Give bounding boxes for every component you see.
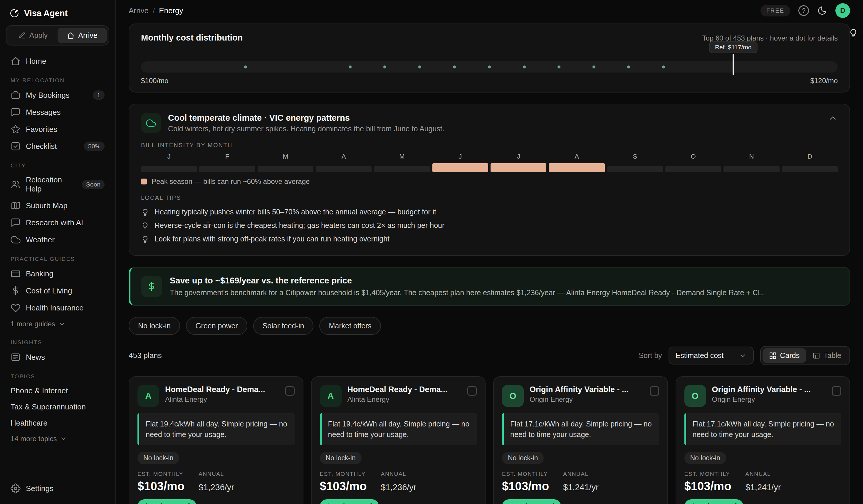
sidebar-item-checklist[interactable]: Checklist 50% <box>6 138 109 155</box>
sidebar-item-my-bookings[interactable]: My Bookings 1 <box>6 87 109 104</box>
view-cards-button[interactable]: Cards <box>763 348 806 363</box>
page-content: Monthly cost distribution Top 60 of 453 … <box>116 21 863 504</box>
sidebar-item-suburb-map[interactable]: Suburb Map <box>6 197 109 214</box>
sidebar-item-favorites[interactable]: Favorites <box>6 121 109 138</box>
sidebar-item-label: News <box>26 353 45 362</box>
mode-toggle: Apply Arrive <box>6 25 109 46</box>
plan-quote: Flat 17.1c/kWh all day. Simple pricing —… <box>685 413 841 445</box>
plan-compare-checkbox[interactable] <box>832 386 841 395</box>
sidebar-item-health-insurance[interactable]: Health Insurance <box>6 299 109 316</box>
distribution-title: Monthly cost distribution <box>141 33 242 42</box>
sort-select[interactable]: Estimated cost <box>668 346 754 365</box>
plan-cost-dot[interactable] <box>523 65 526 68</box>
sidebar-item-label: Home <box>26 57 46 66</box>
sidebar-item-healthcare[interactable]: Healthcare <box>6 415 109 431</box>
more-guides-link[interactable]: 1 more guides <box>6 316 109 331</box>
sidebar-item-weather[interactable]: Weather <box>6 231 109 248</box>
sidebar-item-messages[interactable]: Messages <box>6 104 109 121</box>
mode-apply-label: Apply <box>29 31 48 40</box>
savings-vs-ref-pill: $164/yr vs ref <box>502 499 561 504</box>
filter-solar-feed-in[interactable]: Solar feed-in <box>253 317 314 335</box>
user-avatar[interactable]: D <box>835 3 850 18</box>
plan-cost-dot[interactable] <box>383 65 386 68</box>
month-column: J <box>490 153 546 172</box>
section-label-my-relocation: MY RELOCATION <box>6 70 109 87</box>
annual-label: ANNUAL <box>746 471 781 477</box>
sidebar-item-label: Suburb Map <box>26 201 67 210</box>
local-tip: Reverse-cycle air-con is the cheapest he… <box>141 219 838 232</box>
cloud-icon <box>146 118 156 128</box>
table-icon <box>812 352 820 360</box>
sidebar-item-cost-of-living[interactable]: Cost of Living <box>6 282 109 299</box>
sidebar-item-tax-superannuation[interactable]: Tax & Superannuation <box>6 399 109 415</box>
plan-cost-dot[interactable] <box>662 65 665 68</box>
plan-cost-dot[interactable] <box>244 65 247 68</box>
grid-icon <box>769 352 777 360</box>
climate-patterns-card: Cool temperate climate · VIC energy patt… <box>129 104 850 256</box>
mode-arrive-button[interactable]: Arrive <box>58 28 107 43</box>
plan-cost-dot[interactable] <box>558 65 561 68</box>
plan-cost-dot[interactable] <box>349 65 352 68</box>
more-topics-link[interactable]: 14 more topics <box>6 431 109 446</box>
savings-vs-ref-pill: $164/yr vs ref <box>685 499 743 504</box>
sidebar-item-phone-internet[interactable]: Phone & Internet <box>6 383 109 399</box>
view-table-button[interactable]: Table <box>806 348 848 363</box>
distribution-strip-zone: Ref. $117/mo <box>141 61 838 73</box>
filter-no-lock-in[interactable]: No lock-in <box>129 317 180 335</box>
plan-cost-dot[interactable] <box>592 65 596 68</box>
help-icon[interactable]: ? <box>798 5 809 16</box>
plan-compare-checkbox[interactable] <box>650 386 659 395</box>
plan-quote: Flat 17.1c/kWh all day. Simple pricing —… <box>502 413 659 445</box>
plan-card[interactable]: A HomeDeal Ready - Dema... Alinta Energy… <box>129 376 303 504</box>
plan-cost-dot[interactable] <box>488 65 491 68</box>
sidebar-item-settings[interactable]: Settings <box>6 480 109 497</box>
peak-season-legend: Peak season — bills can run ~60% above a… <box>141 177 838 186</box>
breadcrumb-parent[interactable]: Arrive <box>129 6 149 15</box>
savings-banner: Save up to ~$169/year vs. the reference … <box>129 267 850 306</box>
sidebar-item-news[interactable]: News <box>6 349 109 366</box>
filter-market-offers[interactable]: Market offers <box>319 317 381 335</box>
plan-compare-checkbox[interactable] <box>467 386 477 395</box>
tips-lightbulb-button[interactable] <box>848 28 858 40</box>
plan-cost-dot[interactable] <box>627 65 630 68</box>
month-column: M <box>258 153 313 172</box>
sidebar-item-banking[interactable]: Banking <box>6 265 109 282</box>
topbar-actions: FREE ? D <box>761 3 850 18</box>
month-label: A <box>316 153 372 160</box>
sort-by-label: Sort by <box>639 351 662 360</box>
cloud-icon <box>11 235 21 245</box>
peak-month-bar <box>433 163 488 172</box>
sidebar-item-home[interactable]: Home <box>6 53 109 70</box>
soon-badge: Soon <box>82 180 104 189</box>
sidebar-item-label: Weather <box>26 235 55 244</box>
sidebar-item-research-with-ai[interactable]: Research with AI <box>6 214 109 231</box>
annual-cost-value: $1,236/yr <box>381 482 416 492</box>
est-monthly-label: EST. MONTHLY <box>320 471 367 477</box>
more-guides-label: 1 more guides <box>11 320 55 328</box>
dollar-icon <box>147 281 157 291</box>
plan-card[interactable]: O Origin Affinity Variable - ... Origin … <box>676 376 850 504</box>
plan-compare-checkbox[interactable] <box>285 386 295 395</box>
plan-cost-dot[interactable] <box>453 65 456 68</box>
section-label-practical-guides: PRACTICAL GUIDES <box>6 248 109 265</box>
collapse-section-button[interactable] <box>828 113 838 123</box>
mode-apply-button[interactable]: Apply <box>8 28 58 43</box>
topbar: Arrive / Energy FREE ? D <box>116 0 863 21</box>
month-column: S <box>607 153 663 172</box>
main-area: Arrive / Energy FREE ? D Monthly cost di… <box>116 0 863 504</box>
filter-green-power[interactable]: Green power <box>186 317 247 335</box>
plan-card[interactable]: A HomeDeal Ready - Dema... Alinta Energy… <box>311 376 486 504</box>
month-column: O <box>665 153 721 172</box>
plan-name: Origin Affinity Variable - ... <box>712 385 826 394</box>
sidebar-item-relocation-help[interactable]: Relocation Help Soon <box>6 172 109 197</box>
dark-mode-toggle[interactable] <box>817 5 827 15</box>
plan-card[interactable]: O Origin Affinity Variable - ... Origin … <box>493 376 668 504</box>
plan-cost-dot[interactable] <box>418 65 421 68</box>
climate-subtitle: Cold winters, hot dry summer spikes. Hea… <box>168 125 445 133</box>
sort-value: Estimated cost <box>676 351 724 360</box>
sidebar-nav: Home MY RELOCATION My Bookings 1 Message… <box>6 53 109 470</box>
visa-agent-logo-icon <box>9 8 20 18</box>
app-logo[interactable]: Visa Agent <box>6 6 109 25</box>
results-count: 453 plans <box>129 351 162 360</box>
month-bar <box>665 166 721 172</box>
